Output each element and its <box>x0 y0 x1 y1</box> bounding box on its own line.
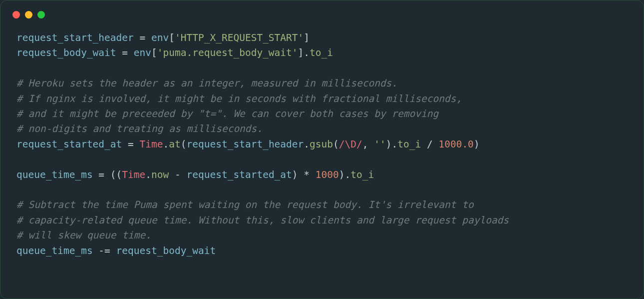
window-titlebar <box>0 0 644 28</box>
code-line: request_started_at = Time.at(request_sta… <box>16 138 480 150</box>
code-line: queue_time_ms -= request_body_wait <box>16 245 216 256</box>
code-line: request_body_wait = env['puma.request_bo… <box>16 47 333 58</box>
code-comment: # capacity-related queue time. Without t… <box>16 214 509 226</box>
terminal-window: request_start_header = env['HTTP_X_REQUE… <box>0 0 644 299</box>
minimize-icon[interactable] <box>25 11 32 18</box>
code-comment: # Subtract the time Puma spent waiting o… <box>16 199 474 210</box>
code-block: request_start_header = env['HTTP_X_REQUE… <box>0 28 644 272</box>
code-line: queue_time_ms = ((Time.now - request_sta… <box>16 169 374 180</box>
code-comment: # Heroku sets the header as an integer, … <box>16 78 397 89</box>
code-comment: # If nginx is involved, it might be in s… <box>16 93 462 104</box>
zoom-icon[interactable] <box>37 11 45 18</box>
code-comment: # will skew queue time. <box>16 230 151 241</box>
code-line: request_start_header = env['HTTP_X_REQUE… <box>16 32 310 44</box>
close-icon[interactable] <box>12 11 20 18</box>
code-comment: # non-digits and treating as millisecond… <box>16 123 263 134</box>
code-comment: # and it might be preceeded by "t=". We … <box>16 108 438 120</box>
